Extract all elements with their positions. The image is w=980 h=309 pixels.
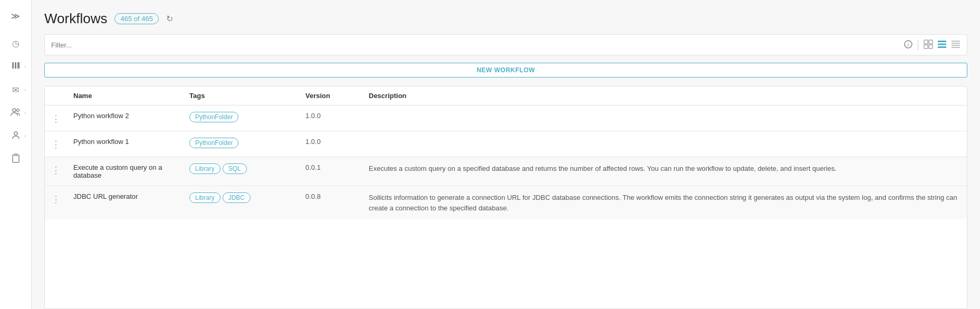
row-name: Python workflow 2 <box>67 105 183 131</box>
svg-rect-14 <box>938 41 946 42</box>
table-row: ⋮Execute a custom query on a databaseLib… <box>45 157 967 186</box>
svg-rect-0 <box>12 62 14 69</box>
svg-rect-15 <box>938 43 946 45</box>
user-icon <box>11 130 21 142</box>
col-header-description: Description <box>362 86 967 105</box>
workflows-table: Name Tags Version Description ⋮Python wo… <box>45 86 967 219</box>
row-name: Execute a custom query on a database <box>67 157 183 186</box>
chevron-icon: › <box>25 110 26 115</box>
page-title: Workflows <box>44 11 107 27</box>
tag-badge[interactable]: PythonFolder <box>189 112 238 122</box>
svg-rect-2 <box>17 62 20 69</box>
row-description: Executes a custom query on a specified d… <box>362 157 967 186</box>
row-version: 0.0.8 <box>299 186 362 220</box>
svg-rect-13 <box>929 45 933 49</box>
compact-list-icon[interactable] <box>951 40 960 51</box>
refresh-icon[interactable]: ↻ <box>166 14 173 24</box>
filter-divider <box>918 40 918 50</box>
library-icon <box>11 61 21 72</box>
svg-rect-12 <box>924 45 928 49</box>
count-badge: 465 of 465 <box>114 13 158 24</box>
row-name: JDBC URL generator <box>67 186 183 220</box>
filter-bar: i <box>44 34 967 55</box>
row-version: 1.0.0 <box>299 131 362 157</box>
collapse-icon: ≫ <box>11 11 20 21</box>
sidebar-item-clipboard[interactable] <box>6 150 25 169</box>
sidebar-toggle[interactable]: ≫ <box>6 6 25 25</box>
tag-badge[interactable]: Library <box>189 163 220 174</box>
sidebar-item-messages[interactable]: ✉ › <box>6 80 25 99</box>
row-version: 0.0.1 <box>299 157 362 186</box>
svg-point-4 <box>16 109 19 112</box>
svg-rect-16 <box>938 46 946 48</box>
row-description <box>362 131 967 157</box>
new-workflow-button[interactable]: NEW WORKFLOW <box>44 63 967 78</box>
chevron-icon: › <box>25 133 26 139</box>
svg-rect-1 <box>15 62 16 69</box>
view-toggle-group <box>924 40 960 51</box>
col-header-tags: Tags <box>183 86 299 105</box>
svg-rect-6 <box>13 155 19 162</box>
sidebar-item-users-group[interactable]: › <box>6 103 25 122</box>
chevron-icon: › <box>25 64 26 69</box>
row-name: Python workflow 1 <box>67 131 183 157</box>
tag-badge[interactable]: SQL <box>223 163 247 174</box>
table-row: ⋮Python workflow 2PythonFolder1.0.0 <box>45 105 967 131</box>
row-description: Sollicits information to generate a conn… <box>362 186 967 220</box>
svg-text:i: i <box>908 42 909 47</box>
row-menu-button[interactable]: ⋮ <box>51 192 61 205</box>
table-header-row: Name Tags Version Description <box>45 86 967 105</box>
svg-point-3 <box>13 109 16 112</box>
info-icon[interactable]: i <box>904 40 912 50</box>
sidebar-item-user[interactable]: › <box>6 127 25 146</box>
workflows-table-container: Name Tags Version Description ⋮Python wo… <box>44 86 967 309</box>
col-header-version: Version <box>299 86 362 105</box>
row-menu-button[interactable]: ⋮ <box>51 112 61 124</box>
filter-input[interactable] <box>51 41 904 49</box>
svg-rect-11 <box>929 40 933 44</box>
grid-view-icon[interactable] <box>924 40 933 51</box>
tag-badge[interactable]: Library <box>189 192 220 203</box>
row-tags: PythonFolder <box>183 105 299 131</box>
main-content: Workflows 465 of 465 ↻ i <box>32 0 980 309</box>
col-header-menu <box>45 86 67 105</box>
row-menu-button[interactable]: ⋮ <box>51 138 61 150</box>
users-group-icon <box>11 107 21 119</box>
tag-badge[interactable]: JDBC <box>223 192 251 203</box>
dashboard-icon: ◷ <box>12 38 20 49</box>
sidebar-item-library[interactable]: › <box>6 57 25 76</box>
table-row: ⋮Python workflow 1PythonFolder1.0.0 <box>45 131 967 157</box>
sidebar-item-dashboard[interactable]: ◷ <box>6 34 25 53</box>
row-menu-button[interactable]: ⋮ <box>51 163 61 176</box>
row-description <box>362 105 967 131</box>
tag-badge[interactable]: PythonFolder <box>189 138 238 148</box>
svg-rect-10 <box>924 40 928 44</box>
chevron-icon: › <box>25 87 26 92</box>
row-tags: PythonFolder <box>183 131 299 157</box>
row-tags: LibraryJDBC <box>183 186 299 220</box>
page-header: Workflows 465 of 465 ↻ <box>44 11 967 27</box>
row-tags: LibrarySQL <box>183 157 299 186</box>
messages-icon: ✉ <box>12 85 19 95</box>
col-header-name: Name <box>67 86 183 105</box>
list-view-icon[interactable] <box>937 40 947 51</box>
svg-rect-7 <box>14 154 17 156</box>
sidebar: ≫ ◷ › ✉ › › <box>0 0 32 309</box>
row-version: 1.0.0 <box>299 105 362 131</box>
clipboard-icon <box>12 153 20 165</box>
table-row: ⋮JDBC URL generatorLibraryJDBC0.0.8Solli… <box>45 186 967 220</box>
svg-point-5 <box>14 132 17 135</box>
